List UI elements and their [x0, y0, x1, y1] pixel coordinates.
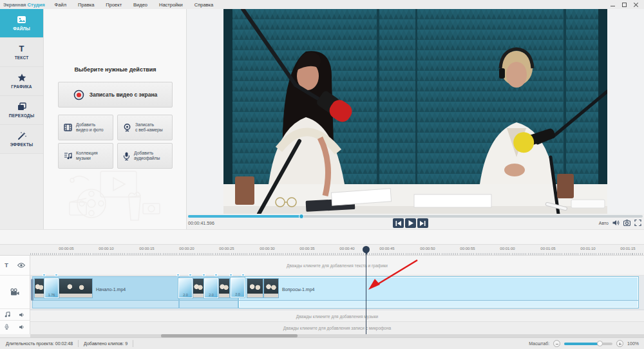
record-icon — [73, 90, 84, 100]
seekbar-handle[interactable] — [299, 214, 304, 219]
sidebar-item-label: ТЕКСТ — [15, 55, 29, 60]
film-icon — [64, 124, 72, 131]
text-track-hint: Дважды кликните для добавления текста и … — [30, 263, 644, 268]
record-webcam-button[interactable]: Записатьс веб-камеры — [117, 115, 173, 140]
zoom-slider-fill — [564, 343, 600, 345]
statusbar: Длительность проекта: 00:02:48 Добавлено… — [0, 337, 644, 349]
actions-panel: Выберите нужные действия Записать видео … — [44, 9, 187, 229]
project-duration: Длительность проекта: 00:02:48 — [0, 341, 73, 346]
add-video-photo-label: Добавитьвидео и фото — [76, 122, 104, 133]
visibility-eye-icon[interactable] — [17, 263, 25, 268]
previous-frame-icon — [395, 221, 401, 226]
fullscreen-icon[interactable] — [634, 220, 641, 226]
statusbar-divider — [78, 340, 79, 347]
clip-thumbnail — [247, 278, 263, 298]
menu-file[interactable]: Файл — [49, 2, 72, 8]
ruler-label: 00:00:30 — [251, 247, 283, 250]
app-window: Экранная Студия Файл Правка Проект Видео… — [0, 0, 644, 349]
clip-thumbnail — [59, 278, 93, 298]
effects-wand-icon — [17, 131, 26, 140]
menu-edit[interactable]: Правка — [72, 2, 100, 8]
clip-thumbnail — [263, 278, 279, 298]
sidebar-item-effects[interactable]: ЭФФЕКТЫ — [0, 125, 43, 154]
decorative-watermark — [67, 166, 164, 222]
timeline-ruler[interactable]: 00:00:05 00:00:10 00:00:15 00:00:20 00:0… — [0, 245, 644, 256]
play-button[interactable] — [405, 218, 416, 228]
close-icon[interactable] — [633, 2, 639, 8]
transition-handle[interactable] — [176, 274, 180, 276]
minimize-icon[interactable] — [610, 2, 616, 8]
ruler-label: 00:01:15 — [612, 247, 644, 250]
zoom-slider-handle[interactable] — [597, 341, 603, 346]
clips-count: Добавлено клипов: 9 — [84, 341, 128, 346]
clip-thumbnail — [34, 278, 44, 298]
zoom-label: Масштаб: — [529, 341, 549, 346]
video-frame — [223, 9, 607, 214]
clip-voprosy-selected[interactable]: Вопросы-1.mp4 — [238, 276, 639, 308]
clip-split-segments[interactable]: 2.0 2.0 — [179, 276, 238, 308]
seekbar[interactable] — [188, 215, 643, 218]
timeline-zoom-controls: Масштаб: 100% — [529, 340, 644, 347]
menu-project[interactable]: Проект — [100, 2, 128, 8]
music-mute-icon[interactable] — [19, 312, 25, 317]
menu-help[interactable]: Справка — [189, 2, 219, 8]
add-video-photo-button[interactable]: Добавитьвидео и фото — [58, 115, 113, 140]
snapshot-camera-icon[interactable] — [623, 220, 630, 226]
transition-marker[interactable]: 2.0 — [178, 278, 193, 298]
mic-track-icon — [5, 324, 9, 330]
clip-nachalo[interactable]: 1.76 Начало-1.mp4 — [32, 276, 179, 308]
current-timecode: 00:00:41.596 — [188, 221, 214, 225]
music-collection-icon — [64, 152, 72, 160]
transition-handle[interactable] — [189, 274, 192, 276]
menu-video[interactable]: Видео — [128, 2, 153, 8]
sidebar-item-graphics[interactable]: ГРАФИКА — [0, 67, 43, 96]
video-track-header — [0, 276, 30, 309]
transition-marker[interactable]: 2.0 — [231, 278, 245, 297]
media-files-icon — [17, 15, 26, 24]
preview-panel — [187, 9, 644, 214]
sidebar-item-transitions[interactable]: ПЕРЕХОДЫ — [0, 96, 43, 125]
music-collection-button[interactable]: Коллекциямузыки — [58, 143, 113, 169]
menu-settings[interactable]: Настройки — [153, 2, 189, 8]
music-collection-label: Коллекциямузыки — [76, 151, 98, 162]
sidebar-item-files[interactable]: ФАЙЛЫ — [0, 9, 43, 38]
transition-marker[interactable]: 2.0 — [204, 278, 218, 298]
transition-handle[interactable] — [242, 274, 245, 276]
track-headers: T — [0, 256, 30, 334]
timeline-vertical-scrollbar[interactable] — [31, 279, 33, 301]
ruler-label: 00:01:10 — [572, 247, 604, 250]
transition-handle[interactable] — [229, 274, 232, 276]
zoom-in-button[interactable] — [616, 340, 623, 347]
sidebar-item-label: ГРАФИКА — [11, 84, 32, 89]
zoom-slider[interactable] — [564, 343, 612, 345]
transition-handle[interactable] — [55, 274, 58, 276]
add-audio-button[interactable]: Добавитьаудиофайлы — [117, 143, 173, 169]
quality-auto-dropdown[interactable]: Авто — [599, 221, 609, 225]
playhead-pin — [365, 252, 368, 255]
zoom-out-button[interactable] — [553, 340, 560, 347]
transition-handle[interactable] — [43, 274, 46, 276]
video-scene — [223, 9, 607, 214]
mic-track-hint: Дважды кликните для добавления записи с … — [30, 326, 644, 330]
ruler-label: 00:00:10 — [90, 247, 122, 250]
transition-handle[interactable] — [214, 274, 218, 276]
previous-frame-button[interactable] — [393, 218, 404, 228]
volume-icon[interactable] — [612, 220, 620, 226]
next-frame-button[interactable] — [417, 218, 428, 228]
record-screen-button[interactable]: Записать видео с экрана — [58, 82, 173, 108]
zoom-value: 100% — [627, 341, 639, 346]
mic-mute-icon[interactable] — [19, 325, 25, 330]
transport-controls — [393, 218, 428, 228]
maximize-icon[interactable] — [621, 2, 627, 8]
mic-track-header — [0, 321, 30, 333]
video-camera-icon — [10, 288, 19, 296]
music-note-icon — [5, 312, 10, 317]
ruler-label: 00:00:35 — [291, 247, 323, 250]
player-right-controls: Авто — [599, 220, 641, 226]
transition-handle[interactable] — [202, 274, 205, 276]
titlebar: Экранная Студия Файл Правка Проект Видео… — [0, 0, 644, 9]
transition-marker[interactable]: 1.76 — [44, 278, 59, 298]
ruler-label: 00:00:25 — [211, 247, 243, 250]
text-track-icon: T — [5, 261, 8, 269]
sidebar-item-text[interactable]: T ТЕКСТ — [0, 38, 43, 67]
